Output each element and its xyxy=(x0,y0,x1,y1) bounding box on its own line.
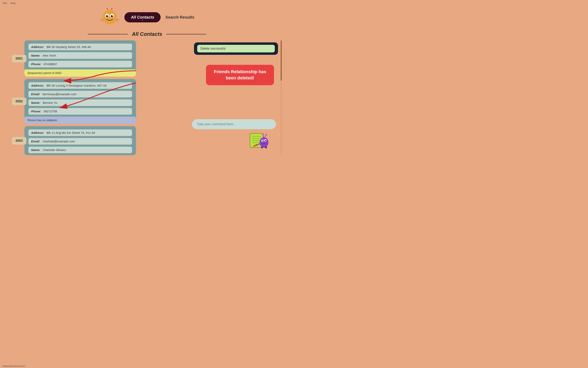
svg-point-35 xyxy=(265,134,267,136)
name-value-0002: Bernice Yu xyxy=(43,101,57,104)
email-field-0003: Email: charlotte@example.com xyxy=(28,138,132,145)
svg-point-6 xyxy=(107,15,108,16)
contact-id-0003: 0003 xyxy=(12,137,26,145)
right-panel: Delete successful Friends Relationship h… xyxy=(136,40,282,155)
phone-label-0002: Phone: xyxy=(31,110,41,113)
svg-point-25 xyxy=(262,140,263,142)
file-menu[interactable]: File xyxy=(3,2,7,5)
name-field-0003: Name: Charlotte Oliveiro xyxy=(28,147,132,153)
header: All Contacts Search Results xyxy=(0,6,294,29)
contact-card-wrapper-0003: 0003 Address: Blk 11 Ang Mo Kio Street 7… xyxy=(12,126,136,155)
contact-list: 0001 Address: Blk 30 Geylang Street 29, … xyxy=(12,40,136,155)
address-field-0003: Address: Blk 11 Ang Mo Kio Street 74, #1… xyxy=(28,129,132,136)
tab-all-contacts[interactable]: All Contacts xyxy=(124,12,161,22)
phone-field-0002: Phone: 99272758 xyxy=(28,108,132,115)
contact-card-0002: Address: Blk 30 Lorong 3 Serangoon Garde… xyxy=(24,79,136,124)
footer-mascot xyxy=(246,130,270,151)
address-field-0001: Address: Blk 30 Geylang Street 29, #06-4… xyxy=(28,44,132,50)
svg-point-4 xyxy=(106,15,108,17)
name-value-0003: Charlotte Oliveiro xyxy=(43,148,66,152)
svg-point-7 xyxy=(112,15,113,16)
name-field-0001: Name: Alex Yeoh xyxy=(28,52,132,59)
command-input[interactable] xyxy=(192,119,276,129)
main-layout: 0001 Address: Blk 30 Geylang Street 29, … xyxy=(0,40,294,155)
svg-point-9 xyxy=(113,18,115,19)
email-value-0002: berniceyu@example.com xyxy=(43,92,76,96)
svg-point-26 xyxy=(265,140,266,141)
name-label-0003: Name: xyxy=(31,148,40,152)
contact-card-wrapper-0001: 0001 Address: Blk 30 Geylang Street 29, … xyxy=(12,40,136,77)
phone-value-0002: 99272758 xyxy=(44,110,57,113)
svg-point-31 xyxy=(265,147,267,148)
address-field-0002: Address: Blk 30 Lorong 3 Serangoon Garde… xyxy=(28,82,132,89)
friends-deleted-tooltip: Friends Relationship has been deleted! xyxy=(206,65,274,85)
logo xyxy=(100,8,119,26)
name-field-0002: Name: Bernice Yu xyxy=(28,99,132,106)
phone-value-0001: 87438807 xyxy=(44,62,57,66)
svg-point-5 xyxy=(111,15,113,17)
relation-bar-0001: (bioparents) parent of 0003 xyxy=(24,69,136,77)
address-label-0003: Address: xyxy=(31,131,44,134)
address-value-0002: Blk 30 Lorong 3 Serangoon Gardens, #07-1… xyxy=(46,84,106,87)
relation-bar-0002: Person has no relations xyxy=(24,117,136,124)
scrollbar[interactable] xyxy=(280,40,282,155)
title-line-right xyxy=(166,34,206,34)
email-label-0002: Email: xyxy=(31,92,40,96)
name-label-0002: Name: xyxy=(31,101,40,104)
contact-card-0003: Address: Blk 11 Ang Mo Kio Street 74, #1… xyxy=(24,126,136,155)
svg-point-33 xyxy=(262,134,264,135)
address-label: Address: xyxy=(31,45,44,49)
svg-point-30 xyxy=(261,147,263,148)
title-line-left xyxy=(88,34,128,34)
command-input-container xyxy=(192,119,276,129)
address-label-0002: Address: xyxy=(31,84,44,87)
name-value-0001: Alex Yeoh xyxy=(43,54,56,57)
svg-line-34 xyxy=(265,135,266,137)
page-title-area: All Contacts xyxy=(0,29,294,40)
svg-point-10 xyxy=(110,12,111,13)
notification-message: Delete successful xyxy=(197,45,275,52)
annotation-overlay: Friends Relationship has been deleted! xyxy=(136,57,278,121)
notification-box: Delete successful xyxy=(194,42,278,55)
email-value-0003: charlotte@example.com xyxy=(43,140,75,143)
svg-point-22 xyxy=(260,137,268,147)
contact-card-wrapper-0002: 0002 Address: Blk 30 Lorong 3 Serangoon … xyxy=(12,79,136,124)
email-label-0003: Email: xyxy=(31,140,40,143)
svg-point-8 xyxy=(104,18,105,19)
email-field-0002: Email: berniceyu@example.com xyxy=(28,91,132,97)
name-label-0001: Name: xyxy=(31,54,40,57)
help-menu[interactable]: Help xyxy=(10,2,16,5)
contact-card-0001: Address: Blk 30 Geylang Street 29, #06-4… xyxy=(24,40,136,77)
contact-id-0001: 0001 xyxy=(12,55,26,62)
address-value-0003: Blk 11 Ang Mo Kio Street 74, #11-04 xyxy=(46,131,95,134)
menu-bar: File Help xyxy=(0,0,294,6)
svg-point-14 xyxy=(111,8,112,9)
contact-id-0002: 0002 xyxy=(12,98,26,105)
phone-label-0001: Phone: xyxy=(31,62,41,66)
page-title: All Contacts xyxy=(132,31,162,37)
tab-search-results[interactable]: Search Results xyxy=(165,15,194,20)
phone-field-0001: Phone: 87438807 xyxy=(28,61,132,67)
address-value-0001: Blk 30 Geylang Street 29, #06-40 xyxy=(46,45,91,49)
svg-point-1 xyxy=(102,10,117,24)
